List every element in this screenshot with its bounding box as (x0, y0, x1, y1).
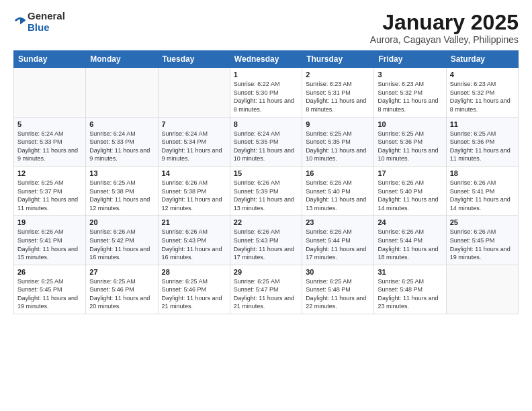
day-info: Sunrise: 6:26 AMSunset: 5:43 PMDaylight:… (162, 228, 226, 261)
day-info: Sunrise: 6:26 AMSunset: 5:40 PMDaylight:… (306, 179, 370, 212)
day-info: Sunrise: 6:25 AMSunset: 5:48 PMDaylight:… (306, 277, 370, 311)
day-info: Sunrise: 6:22 AMSunset: 5:30 PMDaylight:… (234, 80, 298, 113)
calendar-cell: 31Sunrise: 6:25 AMSunset: 5:48 PMDayligh… (374, 265, 446, 314)
weekday-header-wednesday: Wednesday (230, 51, 302, 68)
calendar-cell: 30Sunrise: 6:25 AMSunset: 5:48 PMDayligh… (302, 265, 374, 314)
day-info: Sunrise: 6:26 AMSunset: 5:44 PMDaylight:… (306, 228, 370, 261)
day-info: Sunrise: 6:25 AMSunset: 5:35 PMDaylight:… (306, 130, 370, 163)
day-info: Sunrise: 6:26 AMSunset: 5:44 PMDaylight:… (378, 228, 442, 261)
title-block: January 2025 Aurora, Cagayan Valley, Phi… (370, 11, 519, 45)
day-number: 23 (306, 218, 370, 226)
day-number: 18 (450, 169, 515, 177)
day-number: 17 (378, 169, 442, 177)
weekday-header-friday: Friday (374, 51, 446, 68)
day-info: Sunrise: 6:26 AMSunset: 5:39 PMDaylight:… (234, 179, 298, 212)
day-number: 30 (306, 268, 370, 276)
calendar-cell: 17Sunrise: 6:26 AMSunset: 5:40 PMDayligh… (374, 166, 446, 215)
calendar-cell: 8Sunrise: 6:24 AMSunset: 5:35 PMDaylight… (230, 117, 302, 166)
calendar-cell: 6Sunrise: 6:24 AMSunset: 5:33 PMDaylight… (86, 117, 158, 166)
calendar-cell: 24Sunrise: 6:26 AMSunset: 5:44 PMDayligh… (374, 216, 446, 265)
calendar-cell: 7Sunrise: 6:24 AMSunset: 5:34 PMDaylight… (158, 117, 230, 166)
calendar-cell: 11Sunrise: 6:25 AMSunset: 5:36 PMDayligh… (446, 117, 518, 166)
calendar-cell: 4Sunrise: 6:23 AMSunset: 5:32 PMDaylight… (446, 68, 518, 117)
calendar-cell: 23Sunrise: 6:26 AMSunset: 5:44 PMDayligh… (302, 216, 374, 265)
calendar-cell (446, 265, 518, 314)
logo-blue-text: Blue (28, 22, 65, 34)
calendar-cell: 22Sunrise: 6:26 AMSunset: 5:43 PMDayligh… (230, 216, 302, 265)
day-number: 9 (306, 120, 370, 128)
location-subtitle: Aurora, Cagayan Valley, Philippines (370, 34, 519, 45)
calendar-cell: 1Sunrise: 6:22 AMSunset: 5:30 PMDaylight… (230, 68, 302, 117)
day-number: 14 (162, 169, 226, 177)
page-header: General Blue January 2025 Aurora, Cagaya… (13, 11, 519, 45)
day-info: Sunrise: 6:26 AMSunset: 5:40 PMDaylight:… (378, 179, 442, 212)
day-info: Sunrise: 6:24 AMSunset: 5:35 PMDaylight:… (234, 130, 298, 163)
day-number: 6 (89, 120, 154, 128)
day-info: Sunrise: 6:25 AMSunset: 5:36 PMDaylight:… (450, 130, 515, 163)
day-number: 21 (162, 218, 226, 226)
day-number: 1 (234, 71, 298, 79)
day-number: 24 (378, 218, 442, 226)
calendar-week-4: 19Sunrise: 6:26 AMSunset: 5:41 PMDayligh… (14, 216, 519, 265)
calendar-cell (86, 68, 158, 117)
calendar-cell: 29Sunrise: 6:25 AMSunset: 5:47 PMDayligh… (230, 265, 302, 314)
calendar-week-2: 5Sunrise: 6:24 AMSunset: 5:33 PMDaylight… (14, 117, 519, 166)
calendar-cell: 20Sunrise: 6:26 AMSunset: 5:42 PMDayligh… (86, 216, 158, 265)
calendar-cell: 2Sunrise: 6:23 AMSunset: 5:31 PMDaylight… (302, 68, 374, 117)
calendar-cell (14, 68, 86, 117)
calendar-cell: 19Sunrise: 6:26 AMSunset: 5:41 PMDayligh… (14, 216, 86, 265)
day-number: 3 (378, 71, 442, 79)
month-title: January 2025 (370, 11, 519, 34)
calendar-cell: 18Sunrise: 6:26 AMSunset: 5:41 PMDayligh… (446, 166, 518, 215)
weekday-header-thursday: Thursday (302, 51, 374, 68)
calendar-cell: 5Sunrise: 6:24 AMSunset: 5:33 PMDaylight… (14, 117, 86, 166)
calendar-cell: 3Sunrise: 6:23 AMSunset: 5:32 PMDaylight… (374, 68, 446, 117)
day-number: 20 (89, 218, 154, 226)
calendar-cell: 21Sunrise: 6:26 AMSunset: 5:43 PMDayligh… (158, 216, 230, 265)
day-number: 31 (378, 268, 442, 276)
day-info: Sunrise: 6:24 AMSunset: 5:33 PMDaylight:… (89, 130, 154, 163)
day-number: 2 (306, 71, 370, 79)
day-info: Sunrise: 6:26 AMSunset: 5:42 PMDaylight:… (89, 228, 154, 261)
calendar-cell: 13Sunrise: 6:25 AMSunset: 5:38 PMDayligh… (86, 166, 158, 215)
calendar-cell: 14Sunrise: 6:26 AMSunset: 5:38 PMDayligh… (158, 166, 230, 215)
weekday-header-monday: Monday (86, 51, 158, 68)
day-info: Sunrise: 6:25 AMSunset: 5:46 PMDaylight:… (89, 277, 154, 311)
calendar-cell: 16Sunrise: 6:26 AMSunset: 5:40 PMDayligh… (302, 166, 374, 215)
calendar-cell: 26Sunrise: 6:25 AMSunset: 5:45 PMDayligh… (14, 265, 86, 314)
day-number: 12 (17, 169, 82, 177)
day-number: 8 (234, 120, 298, 128)
day-number: 29 (234, 268, 298, 276)
calendar-cell: 9Sunrise: 6:25 AMSunset: 5:35 PMDaylight… (302, 117, 374, 166)
day-number: 22 (234, 218, 298, 226)
calendar-week-5: 26Sunrise: 6:25 AMSunset: 5:45 PMDayligh… (14, 265, 519, 314)
weekday-header-saturday: Saturday (446, 51, 518, 68)
weekday-header-tuesday: Tuesday (158, 51, 230, 68)
day-info: Sunrise: 6:26 AMSunset: 5:41 PMDaylight:… (450, 179, 515, 212)
day-info: Sunrise: 6:26 AMSunset: 5:38 PMDaylight:… (162, 179, 226, 212)
logo: General Blue (13, 11, 65, 33)
weekday-header-sunday: Sunday (14, 51, 86, 68)
calendar-cell: 10Sunrise: 6:25 AMSunset: 5:36 PMDayligh… (374, 117, 446, 166)
day-info: Sunrise: 6:24 AMSunset: 5:33 PMDaylight:… (17, 130, 82, 163)
day-info: Sunrise: 6:25 AMSunset: 5:36 PMDaylight:… (378, 130, 442, 163)
day-number: 13 (89, 169, 154, 177)
day-info: Sunrise: 6:23 AMSunset: 5:32 PMDaylight:… (378, 80, 442, 113)
calendar-cell: 25Sunrise: 6:26 AMSunset: 5:45 PMDayligh… (446, 216, 518, 265)
calendar-week-1: 1Sunrise: 6:22 AMSunset: 5:30 PMDaylight… (14, 68, 519, 117)
calendar-cell: 12Sunrise: 6:25 AMSunset: 5:37 PMDayligh… (14, 166, 86, 215)
day-number: 15 (234, 169, 298, 177)
day-info: Sunrise: 6:25 AMSunset: 5:46 PMDaylight:… (162, 277, 226, 311)
day-info: Sunrise: 6:25 AMSunset: 5:37 PMDaylight:… (17, 179, 82, 212)
day-info: Sunrise: 6:26 AMSunset: 5:43 PMDaylight:… (234, 228, 298, 261)
day-info: Sunrise: 6:26 AMSunset: 5:41 PMDaylight:… (17, 228, 82, 261)
calendar-header-row: SundayMondayTuesdayWednesdayThursdayFrid… (14, 51, 519, 68)
calendar-cell: 28Sunrise: 6:25 AMSunset: 5:46 PMDayligh… (158, 265, 230, 314)
day-number: 16 (306, 169, 370, 177)
day-number: 5 (17, 120, 82, 128)
calendar-cell (158, 68, 230, 117)
logo-icon (14, 15, 26, 27)
day-number: 4 (450, 71, 515, 79)
day-info: Sunrise: 6:25 AMSunset: 5:45 PMDaylight:… (17, 277, 82, 311)
day-number: 25 (450, 218, 515, 226)
